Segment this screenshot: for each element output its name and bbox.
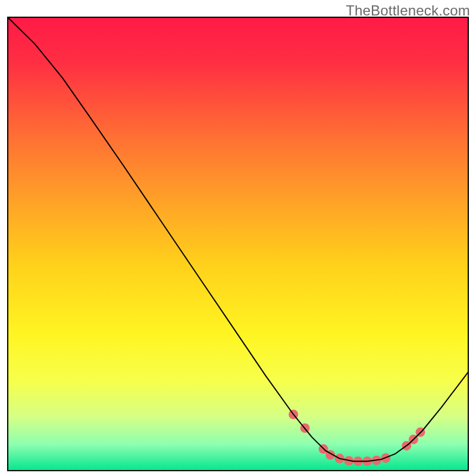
chart-frame: TheBottleneck.com — [0, 0, 476, 476]
gradient-background — [7, 17, 469, 471]
svg-rect-0 — [7, 17, 469, 471]
axis-border-left — [7, 17, 8, 471]
attribution-watermark: TheBottleneck.com — [346, 2, 470, 19]
axis-border-bottom — [7, 470, 469, 471]
plot-area — [7, 17, 469, 471]
axis-border-right — [468, 17, 469, 471]
